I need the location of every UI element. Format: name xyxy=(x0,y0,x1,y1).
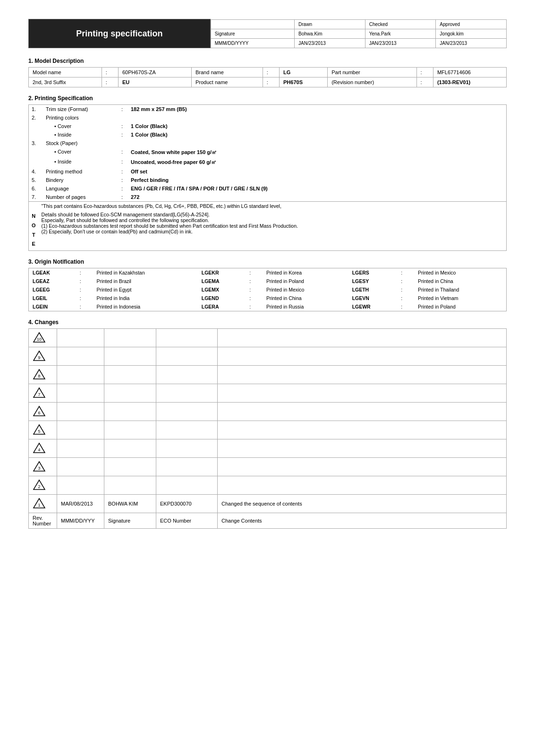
change-eco-1: EKPD300070 xyxy=(156,495,218,513)
svg-text:4: 4 xyxy=(38,447,40,452)
spec-idx-3: 3. xyxy=(29,139,43,147)
change-contents-1: Changed the sequence of contents xyxy=(218,495,507,513)
triangle-icon-2: 2 xyxy=(33,478,46,491)
change-contents-4 xyxy=(218,439,507,458)
spec-idx-2: 2. xyxy=(29,113,43,122)
change-rev-2: 2 xyxy=(29,476,57,495)
change-row-7: 7 xyxy=(29,384,507,403)
spec-sep-1: : xyxy=(119,105,128,113)
model-name-label: Model name xyxy=(29,68,102,77)
spec-row-inside-print: • Inside : 1 Color (Black) xyxy=(29,130,506,139)
triangle-icon-5: 5 xyxy=(33,423,46,436)
product-name-label: Product name xyxy=(191,77,263,87)
section3-header: 3. Origin Notification xyxy=(28,258,507,265)
note-line-4: (2) Especially, Don't use or contain lea… xyxy=(42,229,503,234)
origin-sep-4-1: : xyxy=(246,302,263,311)
origin-val-4-1: Printed in Russia xyxy=(263,302,348,311)
product-name-value: PH670S xyxy=(280,77,328,87)
spec-idx-cover-paper xyxy=(29,147,43,157)
svg-text:2: 2 xyxy=(38,484,40,489)
spec-label-6: Language xyxy=(43,184,119,193)
origin-val-0-1: Printed in Korea xyxy=(263,268,348,277)
spec-row-4: 4. Printing method : Off set xyxy=(29,167,506,176)
change-sig-7 xyxy=(104,384,156,403)
change-eco-7 xyxy=(156,384,218,403)
change-eco-2 xyxy=(156,476,218,495)
changes-footer-row: Rev. Number MMM/DD/YYY Signature ECO Num… xyxy=(29,513,507,529)
origin-row-4: LGEIN : Printed in Indonesia LGERA : Pri… xyxy=(29,302,507,311)
spec-note-table: "This part contains Eco-hazardous substa… xyxy=(29,201,506,250)
change-contents-10 xyxy=(218,329,507,347)
changes-footer-rev: Rev. Number xyxy=(29,513,57,529)
change-eco-3 xyxy=(156,458,218,476)
revision-label: (Revision number) xyxy=(328,77,416,87)
svg-text:3: 3 xyxy=(38,466,40,471)
origin-val-1-1: Printed in Poland xyxy=(263,277,348,285)
change-row-1: 1 MAR/08/2013 BOHWA KIM EKPD300070 Chang… xyxy=(29,495,507,513)
page-container: Printing specification Drawn Checked App… xyxy=(28,19,507,529)
svg-text:1: 1 xyxy=(38,503,40,507)
spec-sep-6: : xyxy=(119,184,128,193)
triangle-icon-7: 7 xyxy=(33,386,46,399)
origin-val-2-2: Printed in Thailand xyxy=(414,285,507,294)
header-sig-checked: Yena.Park xyxy=(365,29,436,38)
origin-code-2-2: LGETH xyxy=(348,285,398,294)
change-row-10: 10 xyxy=(29,329,507,347)
spec-label-5: Bindery xyxy=(43,176,119,184)
spec-idx-1: 1. xyxy=(29,105,43,113)
change-row-3: 3 xyxy=(29,458,507,476)
origin-code-0-2: LGERS xyxy=(348,268,398,277)
spec-idx-inside-print xyxy=(29,130,43,139)
product-name-sep: : xyxy=(263,77,279,87)
change-date-1: MAR/08/2013 xyxy=(57,495,104,513)
change-rev-7: 7 xyxy=(29,384,57,403)
spec-value-5: Perfect binding xyxy=(128,176,506,184)
spec-idx-5: 5. xyxy=(29,176,43,184)
origin-sep-3-2: : xyxy=(397,294,414,302)
note-label: NOTE xyxy=(29,210,39,250)
change-date-8 xyxy=(57,366,104,384)
model-name-value: 60PH670S-ZA xyxy=(118,68,191,77)
spec-row-2: 2. Printing colors xyxy=(29,113,506,122)
origin-row-3: LGEIL : Printed in India LGEND : Printed… xyxy=(29,294,507,302)
spec-label-cover: • Cover xyxy=(43,122,119,130)
origin-val-3-1: Printed in China xyxy=(263,294,348,302)
spec-label-2: Printing colors xyxy=(43,113,119,122)
change-sig-5 xyxy=(104,421,156,439)
origin-sep-3-1: : xyxy=(246,294,263,302)
spec-label-4: Printing method xyxy=(43,167,119,176)
change-sig-8 xyxy=(104,366,156,384)
origin-code-4-0: LGEIN xyxy=(29,302,76,311)
revision-value: (1303-REV01) xyxy=(433,77,506,87)
triangle-icon-3: 3 xyxy=(33,460,46,473)
suffix-sep: : xyxy=(102,77,118,87)
origin-sep-2-2: : xyxy=(397,285,414,294)
part-number-label: Part number xyxy=(328,68,416,77)
header-date-label: MMM/DD/YYYY xyxy=(211,38,294,48)
change-sig-4 xyxy=(104,439,156,458)
triangle-icon-1: 1 xyxy=(33,497,46,510)
spec-note-intro-text: "This part contains Eco-hazardous substa… xyxy=(39,202,506,211)
header-sig-drawn: Bohwa.Kim xyxy=(295,29,365,38)
origin-val-1-0: Printed in Brazil xyxy=(93,277,197,285)
change-rev-1: 1 xyxy=(29,495,57,513)
model-name-sep: : xyxy=(102,68,118,77)
change-contents-6 xyxy=(218,403,507,421)
header-date-checked: JAN/23/2013 xyxy=(365,38,436,48)
change-contents-3 xyxy=(218,458,507,476)
change-eco-5 xyxy=(156,421,218,439)
origin-code-3-0: LGEIL xyxy=(29,294,76,302)
spec-sep-cover: : xyxy=(119,122,128,130)
spec-note-main-row: NOTE Details should be followed Eco-SCM … xyxy=(29,210,506,250)
spec-idx-cover xyxy=(29,122,43,130)
origin-sep-3-0: : xyxy=(76,294,93,302)
origin-code-1-2: LGESY xyxy=(348,277,398,285)
origin-val-4-0: Printed in Indonesia xyxy=(93,302,197,311)
spec-label-1: Trim size (Format) xyxy=(43,105,119,113)
origin-val-2-0: Printed in Egypt xyxy=(93,285,197,294)
change-sig-9 xyxy=(104,347,156,366)
header-col-checked: Checked xyxy=(365,19,436,29)
spec-row-5: 5. Bindery : Perfect binding xyxy=(29,176,506,184)
spec-sep-4: : xyxy=(119,167,128,176)
spec-sep-2 xyxy=(119,113,128,122)
